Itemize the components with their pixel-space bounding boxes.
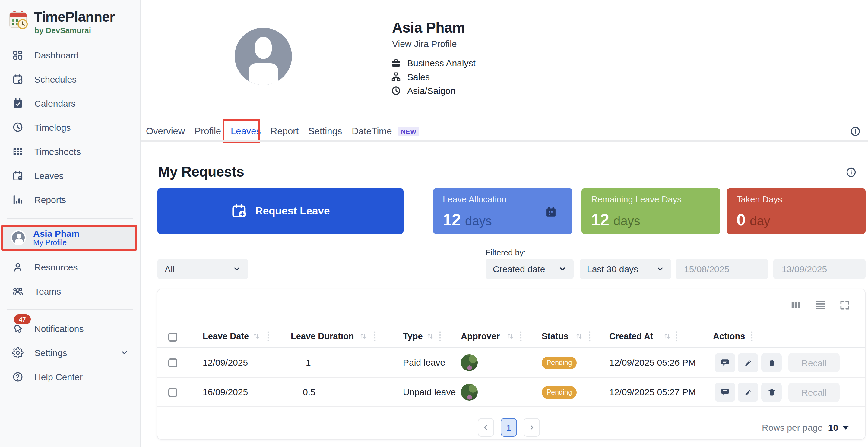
comment-button[interactable]: [715, 353, 735, 372]
page-1-button[interactable]: 1: [501, 418, 517, 437]
calendar-plus-icon: [12, 73, 24, 84]
timezone-row: Asia/Saigon: [391, 84, 476, 96]
recall-button[interactable]: Recall: [788, 353, 840, 372]
app-title: TimePlanner: [34, 10, 115, 24]
column-menu-icon[interactable]: [373, 331, 376, 342]
sort-icon[interactable]: [663, 332, 671, 340]
sidebar-item-label: Dashboard: [34, 50, 79, 60]
column-menu-icon[interactable]: [438, 331, 441, 342]
column-menu-icon[interactable]: [750, 331, 753, 342]
sort-icon[interactable]: [252, 332, 260, 340]
recall-button[interactable]: Recall: [788, 382, 840, 402]
sidebar-item-label: Reports: [34, 194, 66, 205]
approver-avatar[interactable]: [461, 354, 478, 371]
cell-type: Unpaid leave: [403, 387, 456, 397]
date-from-field[interactable]: 15/08/2025: [676, 259, 768, 279]
sidebar-item-notifications[interactable]: 47 Notifications: [0, 316, 141, 340]
department-text: Sales: [407, 71, 430, 82]
calendar-check-icon: [12, 97, 24, 109]
column-header[interactable]: Actions: [713, 331, 745, 341]
filter-field-select[interactable]: Created date: [486, 259, 574, 279]
sidebar-item-leaves[interactable]: Leaves: [0, 163, 141, 187]
request-leave-button[interactable]: Request Leave: [157, 188, 404, 234]
sort-icon[interactable]: [426, 332, 434, 340]
sidebar-item-label: Calendars: [34, 98, 76, 108]
fullscreen-icon[interactable]: [839, 299, 850, 311]
prev-page-button[interactable]: [478, 418, 494, 437]
column-header[interactable]: Leave Duration: [291, 331, 354, 341]
sidebar-item-settings[interactable]: Settings: [0, 340, 141, 365]
column-header[interactable]: Approver: [461, 331, 500, 341]
filter-range-select[interactable]: Last 30 days: [580, 259, 671, 279]
tab-datetime[interactable]: DateTime: [352, 126, 392, 137]
sort-icon[interactable]: [575, 332, 583, 340]
sidebar-divider: [7, 309, 133, 310]
status-badge: Pending: [542, 386, 577, 399]
sort-icon[interactable]: [359, 332, 367, 340]
stat-card-value: 0: [737, 211, 746, 230]
clock-icon: [391, 85, 401, 96]
tab-leaves[interactable]: Leaves: [231, 126, 261, 137]
approver-avatar[interactable]: [461, 384, 478, 401]
view-jira-profile-link[interactable]: View Jira Profile: [392, 39, 457, 49]
column-header[interactable]: Leave Date: [203, 331, 249, 341]
delete-button[interactable]: [761, 353, 782, 372]
tab-settings[interactable]: Settings: [308, 126, 342, 137]
next-page-button[interactable]: [524, 418, 540, 437]
sidebar-item-help-center[interactable]: Help Center: [0, 365, 141, 388]
stat-card-unit: day: [750, 214, 770, 228]
user-avatar-icon: [11, 230, 26, 245]
sidebar-item-timelogs[interactable]: Timelogs: [0, 115, 141, 139]
leave-type-filter-select[interactable]: All: [157, 259, 248, 279]
column-header[interactable]: Type: [403, 331, 423, 341]
comment-button[interactable]: [715, 382, 735, 402]
sidebar-item-timesheets[interactable]: Timesheets: [0, 139, 141, 163]
cell-type: Paid leave: [403, 357, 445, 368]
sidebar-item-resources[interactable]: Resources: [0, 255, 141, 279]
column-view-icon[interactable]: [790, 299, 802, 311]
dashboard-icon: [12, 49, 24, 61]
sidebar-item-label: Leaves: [34, 170, 64, 180]
sidebar-item-teams[interactable]: Teams: [0, 279, 141, 303]
sidebar-item-reports[interactable]: Reports: [0, 187, 141, 211]
edit-button[interactable]: [738, 382, 758, 402]
edit-button[interactable]: [738, 353, 758, 372]
rows-per-page-value: 10: [828, 422, 838, 433]
date-to-field[interactable]: 13/09/2025: [773, 259, 866, 279]
new-badge: NEW: [398, 127, 419, 136]
row-checkbox[interactable]: [168, 388, 177, 397]
row-checkbox[interactable]: [168, 358, 177, 368]
stat-card-leave-allocation: Leave Allocation 12days: [433, 188, 572, 234]
profile-tabs: Overview Profile Leaves Report Settings …: [146, 126, 420, 137]
tabs-divider: [141, 140, 868, 142]
column-menu-icon[interactable]: [519, 331, 522, 342]
chevron-down-icon: [559, 265, 566, 273]
column-menu-icon[interactable]: [588, 331, 591, 342]
list-view-icon[interactable]: [814, 299, 826, 311]
column-header[interactable]: Status: [542, 331, 568, 341]
tab-report[interactable]: Report: [271, 126, 299, 137]
sidebar: TimePlanner by DevSamurai Dashboard Sche…: [0, 0, 141, 447]
column-menu-icon[interactable]: [675, 331, 678, 342]
sidebar-item-schedules[interactable]: Schedules: [0, 67, 141, 91]
tab-overview[interactable]: Overview: [146, 126, 185, 137]
question-circle-icon: [12, 371, 24, 382]
stat-card-label: Taken Days: [737, 195, 782, 204]
sidebar-profile-item[interactable]: Asia Pham My Profile: [1, 225, 137, 251]
stat-card-unit: days: [614, 214, 640, 228]
select-all-checkbox[interactable]: [168, 333, 177, 342]
info-icon[interactable]: [846, 167, 857, 178]
tab-profile[interactable]: Profile: [194, 126, 221, 137]
rows-per-page-select[interactable]: 10: [828, 422, 849, 433]
column-header[interactable]: Created At: [609, 331, 653, 341]
sidebar-item-dashboard[interactable]: Dashboard: [0, 43, 141, 67]
column-menu-icon[interactable]: [267, 331, 270, 342]
timeplanner-logo-icon: [8, 10, 28, 30]
timeplanner-app: TimePlanner by DevSamurai Dashboard Sche…: [0, 0, 868, 447]
info-icon[interactable]: [850, 126, 861, 137]
table-view-controls: [790, 299, 850, 311]
sidebar-item-calendars[interactable]: Calendars: [0, 91, 141, 115]
sort-icon[interactable]: [506, 332, 515, 340]
filter-field-value: Created date: [493, 264, 545, 274]
delete-button[interactable]: [761, 382, 782, 402]
